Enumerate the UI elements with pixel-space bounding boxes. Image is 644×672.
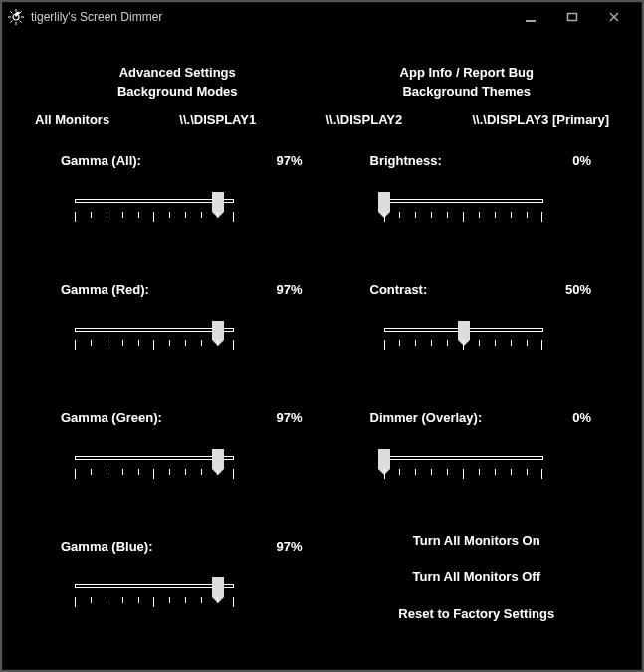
value-gamma-all: 97% xyxy=(276,153,302,168)
titlebar[interactable]: tigerlily's Screen Dimmer xyxy=(3,3,641,31)
slider-dimmer: Dimmer (Overlay): 0% xyxy=(342,410,612,483)
maximize-button[interactable] xyxy=(551,6,593,28)
slider-contrast: Contrast: 50% xyxy=(342,282,612,354)
label-contrast: Contrast: xyxy=(370,282,428,297)
close-button[interactable] xyxy=(593,6,635,28)
value-gamma-green: 97% xyxy=(276,410,302,425)
slider-thumb[interactable] xyxy=(212,321,224,340)
slider-gamma-blue: Gamma (Blue): 97% xyxy=(33,539,322,611)
slider-track-dimmer[interactable] xyxy=(384,453,543,483)
slider-track-gamma-all[interactable] xyxy=(75,196,234,226)
label-gamma-all: Gamma (All): xyxy=(61,153,141,168)
svg-line-5 xyxy=(10,11,12,13)
slider-gamma-red: Gamma (Red): 97% xyxy=(33,282,322,354)
app-window: tigerlily's Screen Dimmer Advanced Setti… xyxy=(2,2,642,670)
tab-all-monitors[interactable]: All Monitors xyxy=(35,112,109,127)
link-background-modes[interactable]: Background Modes xyxy=(33,84,322,99)
minimize-button[interactable] xyxy=(510,6,551,28)
app-icon xyxy=(7,8,25,26)
link-app-info[interactable]: App Info / Report Bug xyxy=(322,65,612,80)
slider-thumb[interactable] xyxy=(378,449,390,469)
slider-gamma-all: Gamma (All): 97% xyxy=(33,153,322,226)
value-gamma-blue: 97% xyxy=(276,539,302,554)
slider-thumb[interactable] xyxy=(378,192,390,212)
slider-thumb[interactable] xyxy=(458,321,470,340)
slider-thumb[interactable] xyxy=(212,192,224,212)
slider-track-contrast[interactable] xyxy=(384,325,543,354)
label-gamma-red: Gamma (Red): xyxy=(61,282,149,297)
svg-rect-10 xyxy=(568,14,577,21)
action-turn-all-on[interactable]: Turn All Monitors On xyxy=(342,533,612,548)
tab-display3[interactable]: \\.\DISPLAY3 [Primary] xyxy=(472,112,609,127)
tab-display2[interactable]: \\.\DISPLAY2 xyxy=(325,112,402,127)
svg-line-7 xyxy=(10,21,12,23)
slider-brightness: Brightness: 0% xyxy=(342,153,612,226)
value-gamma-red: 97% xyxy=(276,282,302,297)
slider-track-gamma-blue[interactable] xyxy=(75,581,234,611)
action-reset[interactable]: Reset to Factory Settings xyxy=(342,606,612,621)
slider-thumb[interactable] xyxy=(212,449,224,469)
label-gamma-blue: Gamma (Blue): xyxy=(61,539,152,554)
action-turn-all-off[interactable]: Turn All Monitors Off xyxy=(342,569,612,584)
svg-line-6 xyxy=(20,21,22,23)
value-dimmer: 0% xyxy=(572,410,591,425)
window-title: tigerlily's Screen Dimmer xyxy=(31,10,162,24)
slider-track-gamma-green[interactable] xyxy=(75,453,234,483)
link-advanced-settings[interactable]: Advanced Settings xyxy=(33,65,322,80)
slider-track-brightness[interactable] xyxy=(384,196,543,226)
value-contrast: 50% xyxy=(565,282,591,297)
label-gamma-green: Gamma (Green): xyxy=(61,410,162,425)
value-brightness: 0% xyxy=(572,153,591,168)
slider-gamma-green: Gamma (Green): 97% xyxy=(33,410,322,483)
svg-line-8 xyxy=(20,11,22,13)
label-dimmer: Dimmer (Overlay): xyxy=(370,410,483,425)
slider-thumb[interactable] xyxy=(212,577,224,597)
label-brightness: Brightness: xyxy=(370,153,442,168)
link-background-themes[interactable]: Background Themes xyxy=(322,84,612,99)
tab-display1[interactable]: \\.\DISPLAY1 xyxy=(179,112,256,127)
slider-track-gamma-red[interactable] xyxy=(75,325,234,354)
